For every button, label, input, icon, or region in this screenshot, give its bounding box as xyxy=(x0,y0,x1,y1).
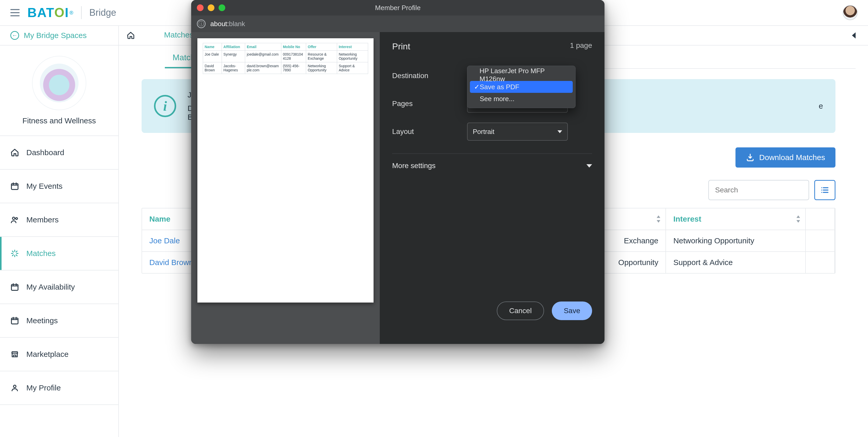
print-settings-pane: Print 1 page Destination Pages All Layou… xyxy=(380,32,604,344)
logo[interactable]: BATOI® xyxy=(27,5,73,20)
layout-select[interactable]: Portrait xyxy=(467,122,568,141)
destination-label: Destination xyxy=(392,71,467,80)
print-window: Member Profile ⓘ about:blank Name Affili… xyxy=(191,0,604,344)
url-about: about: xyxy=(210,20,229,28)
svg-rect-4 xyxy=(11,318,18,324)
sidebar-item-label: Dashboard xyxy=(26,148,64,157)
space-name: Fitness and Wellness xyxy=(23,116,96,125)
pages-label: Pages xyxy=(392,99,467,108)
sidebar-item-meetings[interactable]: Meetings xyxy=(0,304,118,338)
search-input[interactable] xyxy=(708,180,809,200)
space-avatar xyxy=(32,56,86,110)
site-info-icon[interactable]: ⓘ xyxy=(197,20,206,28)
store-icon xyxy=(10,350,19,359)
calendar-icon xyxy=(10,283,19,291)
space-card: Fitness and Wellness xyxy=(0,46,118,136)
print-preview-pane[interactable]: Name Affiliation Email Mobile No Offer I… xyxy=(191,32,380,344)
sidebar-item-my-profile[interactable]: My Profile xyxy=(0,371,118,405)
cancel-button[interactable]: Cancel xyxy=(497,301,544,320)
layout-label: Layout xyxy=(392,127,467,136)
window-titlebar[interactable]: Member Profile xyxy=(191,0,604,16)
print-heading: Print xyxy=(392,41,410,52)
url-bar[interactable]: ⓘ about:blank xyxy=(191,16,604,32)
more-settings-toggle[interactable]: More settings xyxy=(392,153,592,170)
row-interest: Support & Advice xyxy=(666,252,806,273)
maximize-icon[interactable] xyxy=(219,4,225,11)
row-interest: Networking Opportunity xyxy=(666,230,806,252)
download-icon xyxy=(746,153,754,162)
sidebar-item-marketplace[interactable]: Marketplace xyxy=(0,338,118,371)
back-label: My Bridge Spaces xyxy=(24,31,87,40)
home-icon xyxy=(127,31,135,39)
list-icon xyxy=(820,185,830,195)
svg-point-1 xyxy=(12,217,15,220)
sidebar-item-label: Marketplace xyxy=(26,350,68,359)
info-icon: i xyxy=(154,95,176,117)
home-icon xyxy=(10,148,19,157)
calendar-icon xyxy=(10,316,19,325)
svg-rect-0 xyxy=(11,183,18,190)
svg-point-2 xyxy=(16,217,17,219)
matches-icon xyxy=(10,249,19,258)
users-icon xyxy=(10,215,19,224)
divider xyxy=(118,26,119,46)
chevron-down-icon xyxy=(586,164,592,168)
traffic-lights[interactable] xyxy=(197,4,225,11)
close-icon[interactable] xyxy=(197,4,204,11)
sidebar-item-label: Meetings xyxy=(26,316,58,325)
collapse-right-icon[interactable] xyxy=(852,32,856,38)
chevron-down-icon xyxy=(557,130,562,133)
preview-table: Name Affiliation Email Mobile No Offer I… xyxy=(203,43,368,74)
url-path: blank xyxy=(229,20,245,28)
divider xyxy=(81,6,82,19)
svg-point-5 xyxy=(13,385,16,388)
sidebar-item-label: Matches xyxy=(26,249,56,258)
sort-icon xyxy=(656,215,661,223)
sidebar-item-label: My Events xyxy=(26,182,63,191)
hamburger-icon[interactable] xyxy=(10,9,20,16)
sidebar-item-label: Members xyxy=(26,215,59,224)
sidebar-item-label: My Profile xyxy=(26,383,61,392)
window-title: Member Profile xyxy=(375,4,421,12)
svg-rect-3 xyxy=(11,285,18,290)
breadcrumb-home[interactable] xyxy=(124,31,135,39)
banner-tail: e xyxy=(819,101,823,110)
sidebar-item-members[interactable]: Members xyxy=(0,203,118,237)
sort-icon xyxy=(796,215,801,223)
col-actions xyxy=(806,208,835,230)
yoga-icon xyxy=(40,64,79,103)
col-interest[interactable]: Interest xyxy=(666,208,806,230)
arrow-left-circle-icon: ← xyxy=(10,31,19,40)
app-name: Bridge xyxy=(89,7,116,18)
sidebar-item-dashboard[interactable]: Dashboard xyxy=(0,136,118,170)
download-matches-button[interactable]: Download Matches xyxy=(736,147,835,168)
view-toggle-button[interactable] xyxy=(814,180,835,200)
save-button[interactable]: Save xyxy=(552,301,592,320)
destination-dropdown: HP LaserJet Pro MFP M126nw ✓Save as PDF … xyxy=(467,66,576,108)
page-count: 1 page xyxy=(570,41,592,52)
avatar[interactable] xyxy=(843,5,858,20)
dest-option-see-more[interactable]: See more... xyxy=(470,93,573,105)
preview-page: Name Affiliation Email Mobile No Offer I… xyxy=(197,38,374,302)
sidebar-item-availability[interactable]: My Availability xyxy=(0,270,118,304)
back-to-spaces[interactable]: ← My Bridge Spaces xyxy=(10,31,87,40)
calendar-icon xyxy=(10,182,19,191)
sidebar-item-label: My Availability xyxy=(26,283,75,291)
sidebar-item-matches[interactable]: Matches xyxy=(0,237,118,270)
sidebar: Fitness and Wellness Dashboard My Events… xyxy=(0,46,119,437)
check-icon: ✓ xyxy=(474,83,480,91)
minimize-icon[interactable] xyxy=(208,4,214,11)
sidebar-item-my-events[interactable]: My Events xyxy=(0,170,118,203)
user-icon xyxy=(10,383,19,392)
dest-option-printer[interactable]: HP LaserJet Pro MFP M126nw xyxy=(470,69,573,81)
